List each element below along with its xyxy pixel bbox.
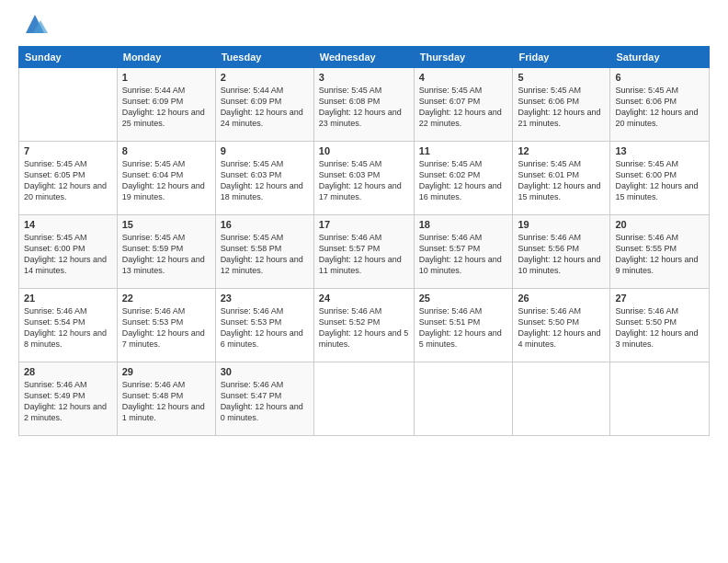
calendar-cell: 5Sunrise: 5:45 AMSunset: 6:06 PMDaylight… [513,68,610,142]
day-info: Sunrise: 5:45 AMSunset: 6:06 PMDaylight:… [615,85,704,130]
calendar-cell: 9Sunrise: 5:45 AMSunset: 6:03 PMDaylight… [215,142,313,215]
calendar-week-4: 21Sunrise: 5:46 AMSunset: 5:54 PMDayligh… [19,289,710,362]
day-number: 18 [419,219,508,230]
calendar-cell: 4Sunrise: 5:45 AMSunset: 6:07 PMDaylight… [414,68,513,142]
weekday-row: SundayMondayTuesdayWednesdayThursdayFrid… [19,47,710,68]
calendar-cell: 26Sunrise: 5:46 AMSunset: 5:50 PMDayligh… [513,289,610,362]
day-number: 22 [122,293,210,304]
day-number: 20 [615,219,704,230]
day-info: Sunrise: 5:46 AMSunset: 5:47 PMDaylight:… [221,379,309,424]
logo-icon [22,11,48,37]
day-number: 7 [24,145,112,156]
day-number: 14 [24,219,112,230]
day-number: 9 [221,145,309,156]
calendar-cell: 19Sunrise: 5:46 AMSunset: 5:56 PMDayligh… [513,215,610,289]
day-info: Sunrise: 5:45 AMSunset: 6:07 PMDaylight:… [419,85,508,130]
day-number: 16 [221,219,309,230]
calendar-table: SundayMondayTuesdayWednesdayThursdayFrid… [18,46,710,436]
day-number: 25 [419,293,508,304]
weekday-header-sunday: Sunday [19,47,118,68]
day-info: Sunrise: 5:46 AMSunset: 5:52 PMDaylight:… [319,305,409,350]
calendar-cell: 27Sunrise: 5:46 AMSunset: 5:50 PMDayligh… [610,289,710,362]
day-number: 4 [419,72,508,83]
calendar-cell: 15Sunrise: 5:45 AMSunset: 5:59 PMDayligh… [117,215,215,289]
day-info: Sunrise: 5:46 AMSunset: 5:53 PMDaylight:… [221,305,309,350]
day-info: Sunrise: 5:46 AMSunset: 5:51 PMDaylight:… [419,305,508,350]
calendar-week-2: 7Sunrise: 5:45 AMSunset: 6:05 PMDaylight… [19,142,710,215]
day-info: Sunrise: 5:46 AMSunset: 5:48 PMDaylight:… [122,379,210,424]
calendar-cell [313,362,414,436]
logo [18,15,48,37]
calendar-cell: 30Sunrise: 5:46 AMSunset: 5:47 PMDayligh… [215,362,313,436]
day-number: 1 [122,72,210,83]
day-number: 5 [518,72,605,83]
day-number: 8 [122,145,210,156]
calendar-cell: 1Sunrise: 5:44 AMSunset: 6:09 PMDaylight… [117,68,215,142]
weekday-header-saturday: Saturday [610,47,710,68]
day-number: 3 [319,72,409,83]
calendar-cell: 12Sunrise: 5:45 AMSunset: 6:01 PMDayligh… [513,142,610,215]
weekday-header-friday: Friday [513,47,610,68]
day-number: 19 [518,219,605,230]
day-number: 23 [221,293,309,304]
header [18,15,710,37]
day-number: 6 [615,72,704,83]
calendar-header: SundayMondayTuesdayWednesdayThursdayFrid… [19,47,710,68]
calendar-cell: 20Sunrise: 5:46 AMSunset: 5:55 PMDayligh… [610,215,710,289]
calendar-cell: 24Sunrise: 5:46 AMSunset: 5:52 PMDayligh… [313,289,414,362]
calendar-cell: 29Sunrise: 5:46 AMSunset: 5:48 PMDayligh… [117,362,215,436]
page: SundayMondayTuesdayWednesdayThursdayFrid… [0,0,728,563]
day-number: 11 [419,145,508,156]
calendar-cell [610,362,710,436]
day-number: 28 [24,366,112,377]
day-info: Sunrise: 5:45 AMSunset: 6:08 PMDaylight:… [319,85,409,130]
calendar-cell: 13Sunrise: 5:45 AMSunset: 6:00 PMDayligh… [610,142,710,215]
calendar-body: 1Sunrise: 5:44 AMSunset: 6:09 PMDaylight… [19,68,710,436]
day-info: Sunrise: 5:45 AMSunset: 6:04 PMDaylight:… [122,158,210,203]
day-info: Sunrise: 5:46 AMSunset: 5:57 PMDaylight:… [319,232,409,277]
day-number: 26 [518,293,605,304]
day-info: Sunrise: 5:46 AMSunset: 5:49 PMDaylight:… [24,379,112,424]
day-number: 21 [24,293,112,304]
day-info: Sunrise: 5:46 AMSunset: 5:50 PMDaylight:… [615,305,704,350]
day-info: Sunrise: 5:46 AMSunset: 5:57 PMDaylight:… [419,232,508,277]
day-number: 2 [221,72,309,83]
day-info: Sunrise: 5:46 AMSunset: 5:55 PMDaylight:… [615,232,704,277]
day-info: Sunrise: 5:45 AMSunset: 6:03 PMDaylight:… [221,158,309,203]
calendar-cell: 14Sunrise: 5:45 AMSunset: 6:00 PMDayligh… [19,215,118,289]
calendar-cell: 28Sunrise: 5:46 AMSunset: 5:49 PMDayligh… [19,362,118,436]
calendar-cell: 2Sunrise: 5:44 AMSunset: 6:09 PMDaylight… [215,68,313,142]
day-info: Sunrise: 5:45 AMSunset: 5:59 PMDaylight:… [122,232,210,277]
day-number: 30 [221,366,309,377]
day-info: Sunrise: 5:45 AMSunset: 6:02 PMDaylight:… [419,158,508,203]
weekday-header-monday: Monday [117,47,215,68]
day-number: 12 [518,145,605,156]
day-info: Sunrise: 5:46 AMSunset: 5:54 PMDaylight:… [24,305,112,350]
calendar-cell [19,68,118,142]
calendar-cell: 11Sunrise: 5:45 AMSunset: 6:02 PMDayligh… [414,142,513,215]
day-info: Sunrise: 5:44 AMSunset: 6:09 PMDaylight:… [122,85,210,130]
calendar-cell: 16Sunrise: 5:45 AMSunset: 5:58 PMDayligh… [215,215,313,289]
day-info: Sunrise: 5:45 AMSunset: 6:00 PMDaylight:… [615,158,704,203]
day-info: Sunrise: 5:46 AMSunset: 5:50 PMDaylight:… [518,305,605,350]
calendar-cell: 22Sunrise: 5:46 AMSunset: 5:53 PMDayligh… [117,289,215,362]
day-info: Sunrise: 5:45 AMSunset: 6:03 PMDaylight:… [319,158,409,203]
weekday-header-thursday: Thursday [414,47,513,68]
day-number: 15 [122,219,210,230]
calendar-cell [513,362,610,436]
weekday-header-wednesday: Wednesday [313,47,414,68]
weekday-header-tuesday: Tuesday [215,47,313,68]
calendar-week-5: 28Sunrise: 5:46 AMSunset: 5:49 PMDayligh… [19,362,710,436]
calendar-week-1: 1Sunrise: 5:44 AMSunset: 6:09 PMDaylight… [19,68,710,142]
day-info: Sunrise: 5:45 AMSunset: 6:01 PMDaylight:… [518,158,605,203]
calendar-cell: 7Sunrise: 5:45 AMSunset: 6:05 PMDaylight… [19,142,118,215]
calendar-week-3: 14Sunrise: 5:45 AMSunset: 6:00 PMDayligh… [19,215,710,289]
calendar-cell: 6Sunrise: 5:45 AMSunset: 6:06 PMDaylight… [610,68,710,142]
day-info: Sunrise: 5:46 AMSunset: 5:56 PMDaylight:… [518,232,605,277]
calendar-cell: 21Sunrise: 5:46 AMSunset: 5:54 PMDayligh… [19,289,118,362]
calendar-cell: 10Sunrise: 5:45 AMSunset: 6:03 PMDayligh… [313,142,414,215]
calendar-cell [414,362,513,436]
day-number: 29 [122,366,210,377]
day-info: Sunrise: 5:45 AMSunset: 6:05 PMDaylight:… [24,158,112,203]
day-info: Sunrise: 5:44 AMSunset: 6:09 PMDaylight:… [221,85,309,130]
